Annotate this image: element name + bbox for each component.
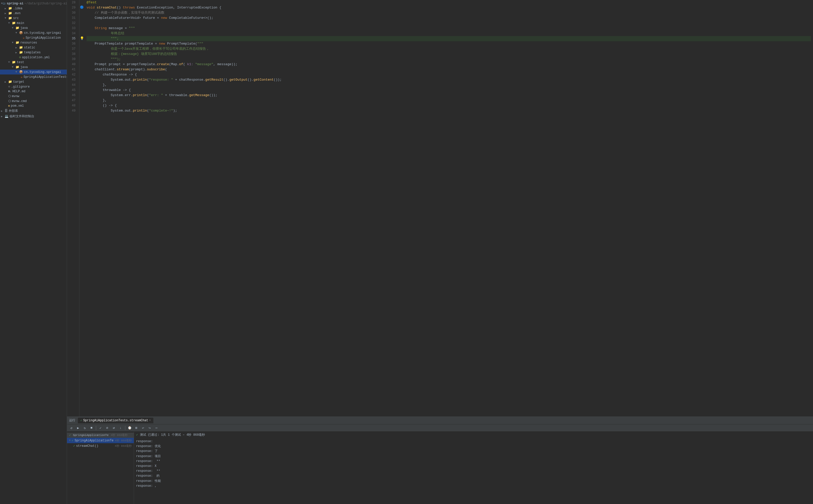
sidebar-arrow-cn-test: ▼ xyxy=(15,71,19,73)
sidebar-item-mvn[interactable]: ▶ 📁 .mvn xyxy=(0,11,67,16)
file-icon-mvnw: ⬡ xyxy=(8,94,11,98)
sidebar-item-cn-test[interactable]: ▼ 📦 cn.tycoding.springai xyxy=(0,70,67,74)
token: Prompt prompt = promptTemplate. xyxy=(87,62,157,67)
bottom-tab-icon: ✓ xyxy=(80,419,82,422)
output-check: ✓ xyxy=(136,433,138,437)
code-line-45: throwable -> { xyxy=(87,88,811,93)
token: ( xyxy=(147,108,149,113)
toolbar-expand[interactable]: ⊞ xyxy=(133,425,139,431)
sidebar-arrow-mvn: ▶ xyxy=(5,12,8,15)
sidebar-label-mvnw: mvnw xyxy=(12,95,19,98)
run-item-suite-check: ✓ xyxy=(72,439,73,442)
folder-icon-templates: 📁 xyxy=(19,51,23,54)
run-item-suite-label: SpringAiApplicationTe xyxy=(74,439,113,442)
sidebar-arrow-main: ▼ xyxy=(8,22,12,24)
sidebar-item-gitignore[interactable]: ▶ ⊙ .gitignore xyxy=(0,84,67,89)
token: streamChat xyxy=(97,5,117,10)
run-item-test[interactable]: ✓ streamChat() 4秒 868毫秒 xyxy=(67,443,134,449)
token: throwable -> { xyxy=(87,88,131,93)
bottom-tab-close[interactable]: × xyxy=(149,419,151,422)
sidebar-item-pom-xml[interactable]: ▶ m pom.xml xyxy=(0,104,67,108)
code-line-37: 你是一个Java开发工程师，你擅长于写公司年底的工作总结报告， xyxy=(87,46,811,52)
toolbar-run[interactable]: ▶ xyxy=(75,425,81,431)
output-line-9: response: 性能 xyxy=(136,479,811,484)
ln-44: 44 xyxy=(67,82,77,88)
ln-29: 29 xyxy=(67,5,77,10)
folder-icon-resources: 📁 xyxy=(15,41,19,45)
folder-icon-src: 📁 xyxy=(8,16,12,20)
main-area: ▼ 🗂 spring-ai ~/data/github/spring-ai ▶ … xyxy=(0,0,813,504)
toolbar-rerun-failed[interactable]: ↻ xyxy=(82,425,88,431)
sidebar-item-scratch[interactable]: ▶ 💻 临时文件和控制台 xyxy=(0,114,67,119)
sidebar-item-static[interactable]: ▶ 📁 static xyxy=(0,45,67,50)
sidebar-label-application-yml: application.yml xyxy=(22,56,50,59)
token: (). xyxy=(247,77,253,82)
token: out xyxy=(125,108,131,113)
sidebar-item-external[interactable]: ▶ 🗄 外部库 xyxy=(0,108,67,114)
token: System. xyxy=(87,93,125,98)
sidebar-item-cn-main[interactable]: ▼ 📦 cn.tycoding.springai xyxy=(0,30,67,35)
sidebar-item-target[interactable]: ▶ 📁 target xyxy=(0,79,67,84)
toolbar-check[interactable]: ✓ xyxy=(98,425,103,431)
folder-icon-scratch: 💻 xyxy=(5,114,9,118)
sidebar-label-src: src xyxy=(13,16,19,20)
ln-49: 49 xyxy=(67,108,77,113)
sidebar-item-application-yml[interactable]: ▶ ⚙ application.yml xyxy=(0,55,67,60)
sidebar-item-help-md[interactable]: ▶ M↓ HELP.md xyxy=(0,89,67,94)
code-line-29: void streamChat() throws ExecutionExcept… xyxy=(87,5,811,10)
sidebar-label-mvnw-cmd: mvnw.cmd xyxy=(12,99,27,103)
folder-icon-idea: 📁 xyxy=(8,6,12,10)
run-status-suite: SpringAiApplicationTe xyxy=(73,434,109,437)
gutter-run-29[interactable]: 🔵 xyxy=(80,5,84,10)
token: subscribe xyxy=(147,67,165,72)
code-lines[interactable]: @Test void streamChat() throws Execution… xyxy=(85,0,813,416)
sidebar-label-help-md: HELP.md xyxy=(12,90,25,93)
toolbar-stop[interactable]: ■ xyxy=(89,425,94,431)
sidebar-label-java: java xyxy=(20,26,28,30)
sidebar-item-java-test[interactable]: ▼ 📁 java xyxy=(0,65,67,70)
sidebar-item-templates[interactable]: ▶ 📁 templates xyxy=(0,50,67,55)
sidebar-item-resources[interactable]: ▼ 📁 resources xyxy=(0,40,67,45)
token: (Map. xyxy=(169,62,179,67)
toolbar-more[interactable]: ⋯ xyxy=(154,425,159,431)
token: """ xyxy=(197,41,203,46)
token: 你是一个Java开发工程师，你擅长于写公司年底的工作总结报告， xyxy=(87,46,209,52)
sidebar-item-spring-ai-app[interactable]: ▶ ☕ SpringAiApplication xyxy=(0,35,67,40)
code-line-49: System.out.println("complete~!"); xyxy=(87,108,811,113)
sidebar-item-test[interactable]: ▼ 📁 test xyxy=(0,60,67,65)
output-line-6: response: X xyxy=(136,464,811,469)
toolbar-import[interactable]: ↓ xyxy=(118,425,123,431)
toolbar-exclude[interactable]: ⊘ xyxy=(104,425,110,431)
gutter-bulb-35[interactable]: 💡 xyxy=(80,36,84,41)
sidebar-label-mvn: .mvn xyxy=(13,12,21,15)
sidebar-label-cn-main: cn.tycoding.springai xyxy=(24,31,61,35)
token: . xyxy=(131,93,133,98)
toolbar-sort[interactable]: ⇄ xyxy=(111,425,117,431)
run-item-suite[interactable]: ▼ ✓ SpringAiApplicationTe 4秒 868毫秒 xyxy=(67,438,134,443)
sidebar-item-idea[interactable]: ▶ 📁 .idea xyxy=(0,6,67,11)
sidebar-item-java[interactable]: ▼ 📁 java xyxy=(0,26,67,30)
toolbar-clock[interactable]: ⌚ xyxy=(127,425,132,431)
toolbar-rerun[interactable]: ↺ xyxy=(69,425,74,431)
sidebar-item-main[interactable]: ▼ 📁 main xyxy=(0,21,67,26)
ln-34: 34 xyxy=(67,31,77,36)
bottom-tab-streamchat[interactable]: ✓ SpringAiApplicationTests.streamChat × xyxy=(78,418,153,423)
ln-43: 43 xyxy=(67,77,77,82)
sidebar-label-spring-ai-app: SpringAiApplication xyxy=(26,36,61,40)
token: ( xyxy=(147,93,149,98)
sidebar-item-spring-ai-tests[interactable]: ▶ ☕ SpringAiApplicationTests xyxy=(0,74,67,79)
sidebar-arrow-idea: ▶ xyxy=(5,7,8,10)
sidebar-item-mvnw-cmd[interactable]: ▶ ⬡ mvnw.cmd xyxy=(0,99,67,104)
token: () -> { xyxy=(87,103,117,108)
sidebar-item-root[interactable]: ▼ 🗂 spring-ai ~/data/github/spring-ai xyxy=(0,1,67,6)
toolbar-forward[interactable]: ↪ xyxy=(147,425,153,431)
output-area[interactable]: ✓ 测试 已通过: 1共 1 个测试 – 4秒 868毫秒 response: … xyxy=(134,432,813,504)
sidebar-item-src[interactable]: ▼ 📁 src xyxy=(0,16,67,21)
output-line-7: response: ** xyxy=(136,469,811,474)
token: ()); xyxy=(209,93,217,98)
sidebar-item-mvnw[interactable]: ▶ ⬡ mvnw xyxy=(0,94,67,99)
toolbar-back[interactable]: ↩ xyxy=(140,425,146,431)
token: chatResponse -> { xyxy=(87,72,137,77)
token: ( xyxy=(165,67,167,72)
run-status-check: ✓ xyxy=(69,433,71,437)
